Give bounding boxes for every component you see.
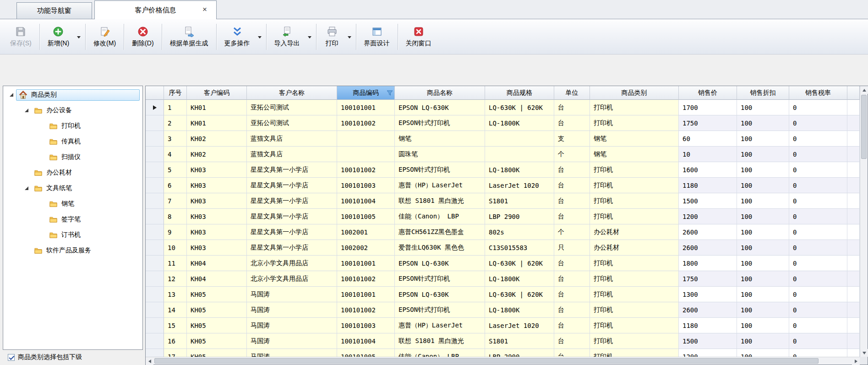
- cell-sale_discount[interactable]: 100: [737, 302, 789, 318]
- cell-product_name[interactable]: 佳能（Canon） LBP: [395, 209, 485, 224]
- cell-product_name[interactable]: EPSON LQ-630K: [395, 100, 485, 115]
- cell-unit[interactable]: 台: [554, 115, 590, 131]
- cell-unit[interactable]: 台: [554, 193, 590, 209]
- cell-sale_discount[interactable]: 100: [737, 131, 789, 147]
- cell-sale_tax_rate[interactable]: 0: [789, 162, 847, 178]
- print-dropdown-arrow-icon[interactable]: [345, 21, 354, 53]
- cell-product_name[interactable]: EPSON针式打印机: [395, 162, 485, 178]
- close-tab-icon[interactable]: ×: [201, 5, 209, 14]
- cell-sale_tax_rate[interactable]: 0: [789, 349, 847, 357]
- cell-sale_discount[interactable]: 100: [737, 147, 789, 162]
- cell-unit[interactable]: 台: [554, 209, 590, 224]
- column-header-sale_tax_rate[interactable]: 销售税率: [789, 86, 847, 100]
- cell-product_name[interactable]: EPSON针式打印机: [395, 271, 485, 287]
- cell-product_spec[interactable]: LQ-630K | 620K: [485, 287, 554, 302]
- cell-customer_name[interactable]: 星星文具第一小学店: [247, 224, 337, 240]
- table-row[interactable]: 15KH05马国涛100101003惠普（HP）LaserJetLaserJet…: [146, 318, 860, 333]
- cell-product_code[interactable]: 100101004: [337, 333, 395, 349]
- cell-sale_tax_rate[interactable]: 0: [789, 302, 847, 318]
- modify-button[interactable]: 修改(M): [88, 21, 121, 53]
- column-header-product_spec[interactable]: 商品规格: [485, 86, 554, 100]
- tree-item-9[interactable]: 订书机: [3, 227, 142, 243]
- cell-product_spec[interactable]: C13S015583: [485, 240, 554, 256]
- cell-product_category[interactable]: 打印机: [590, 333, 679, 349]
- scroll-right-icon[interactable]: [852, 357, 860, 365]
- cell-sale_tax_rate[interactable]: 0: [789, 318, 847, 333]
- cell-sale_discount[interactable]: 100: [737, 193, 789, 209]
- cell-customer_code[interactable]: KH03: [187, 178, 247, 193]
- cell-customer_name[interactable]: 星星文具第一小学店: [247, 193, 337, 209]
- cell-product_code[interactable]: 100101001: [337, 100, 395, 115]
- cell-customer_code[interactable]: KH02: [187, 147, 247, 162]
- more-actions-button[interactable]: 更多操作: [219, 21, 256, 53]
- cell-sale_discount[interactable]: 100: [737, 115, 789, 131]
- cell-customer_code[interactable]: KH03: [187, 209, 247, 224]
- cell-customer_code[interactable]: KH02: [187, 131, 247, 147]
- cell-customer_code[interactable]: KH01: [187, 100, 247, 115]
- expand-icon[interactable]: [22, 109, 31, 112]
- cell-customer_code[interactable]: KH05: [187, 318, 247, 333]
- table-row[interactable]: 3KH02蓝猫文具店钢笔支钢笔601000: [146, 131, 860, 147]
- cell-product_category[interactable]: 打印机: [590, 256, 679, 271]
- cell-product_category[interactable]: 钢笔: [590, 131, 679, 147]
- cell-unit[interactable]: 台: [554, 162, 590, 178]
- cell-product_name[interactable]: 联想 S1801 黑白激光: [395, 333, 485, 349]
- table-row[interactable]: 5KH03星星文具第一小学店100101002EPSON针式打印机LQ-1800…: [146, 162, 860, 178]
- cell-customer_code[interactable]: KH05: [187, 349, 247, 357]
- cell-sale_discount[interactable]: 100: [737, 240, 789, 256]
- cell-product_spec[interactable]: LQ-1800K: [485, 271, 554, 287]
- cell-customer_code[interactable]: KH01: [187, 115, 247, 131]
- cell-sale_discount[interactable]: 100: [737, 224, 789, 240]
- cell-sale_price[interactable]: 1800: [679, 256, 737, 271]
- cell-customer_name[interactable]: 星星文具第一小学店: [247, 178, 337, 193]
- cell-product_code[interactable]: 100101003: [337, 318, 395, 333]
- cell-seq[interactable]: 11: [164, 256, 187, 271]
- cell-seq[interactable]: 10: [164, 240, 187, 256]
- column-header-sale_price[interactable]: 销售价: [679, 86, 737, 100]
- table-row[interactable]: 9KH03星星文具第一小学店1002001惠普CH561ZZ黑色墨盒802s个办…: [146, 224, 860, 240]
- cell-product_code[interactable]: 100101002: [337, 115, 395, 131]
- tree-item-2[interactable]: 打印机: [3, 118, 142, 134]
- cell-sale_tax_rate[interactable]: 0: [789, 209, 847, 224]
- cell-seq[interactable]: 8: [164, 209, 187, 224]
- table-row[interactable]: 17KH05马国涛100101005佳能（Canon） LBPLBP 2900台…: [146, 349, 860, 357]
- cell-customer_code[interactable]: KH05: [187, 302, 247, 318]
- cell-customer_code[interactable]: KH04: [187, 256, 247, 271]
- column-header-customer_name[interactable]: 客户名称: [247, 86, 337, 100]
- cell-seq[interactable]: 7: [164, 193, 187, 209]
- cell-sale_price[interactable]: 1500: [679, 333, 737, 349]
- cell-sale_discount[interactable]: 100: [737, 333, 789, 349]
- cell-product_name[interactable]: 爱普生LQ630K 黑色色: [395, 240, 485, 256]
- cell-product_name[interactable]: 钢笔: [395, 131, 485, 147]
- cell-sale_price[interactable]: 1180: [679, 178, 737, 193]
- cell-product_name[interactable]: 佳能（Canon） LBP: [395, 349, 485, 357]
- cell-product_spec[interactable]: 802s: [485, 224, 554, 240]
- cell-product_code[interactable]: 100101002: [337, 271, 395, 287]
- cell-product_category[interactable]: 打印机: [590, 349, 679, 357]
- cell-seq[interactable]: 5: [164, 162, 187, 178]
- cell-product_code[interactable]: 100101005: [337, 209, 395, 224]
- cell-unit[interactable]: 只: [554, 240, 590, 256]
- cell-product_code[interactable]: [337, 147, 395, 162]
- cell-product_spec[interactable]: LQ-1800K: [485, 302, 554, 318]
- column-header-product_name[interactable]: 商品名称: [395, 86, 485, 100]
- cell-sale_tax_rate[interactable]: 0: [789, 256, 847, 271]
- cell-sale_discount[interactable]: 100: [737, 162, 789, 178]
- cell-seq[interactable]: 12: [164, 271, 187, 287]
- cell-product_spec[interactable]: [485, 147, 554, 162]
- close-window-button[interactable]: 关闭窗口: [400, 21, 437, 53]
- cell-sale_discount[interactable]: 100: [737, 209, 789, 224]
- cell-sale_tax_rate[interactable]: 0: [789, 333, 847, 349]
- cell-product_name[interactable]: 联想 S1801 黑白激光: [395, 193, 485, 209]
- column-header-customer_code[interactable]: 客户编码: [187, 86, 247, 100]
- cell-unit[interactable]: 台: [554, 287, 590, 302]
- cell-product_category[interactable]: 打印机: [590, 100, 679, 115]
- table-row[interactable]: 13KH05马国涛100101001EPSON LQ-630KLQ-630K |…: [146, 287, 860, 302]
- cell-sale_discount[interactable]: 100: [737, 256, 789, 271]
- column-header-seq[interactable]: 序号: [164, 86, 187, 100]
- cell-sale_discount[interactable]: 100: [737, 271, 789, 287]
- scroll-down-icon[interactable]: [860, 349, 868, 357]
- cell-product_category[interactable]: 打印机: [590, 178, 679, 193]
- cell-seq[interactable]: 9: [164, 224, 187, 240]
- cell-product_name[interactable]: EPSON针式打印机: [395, 115, 485, 131]
